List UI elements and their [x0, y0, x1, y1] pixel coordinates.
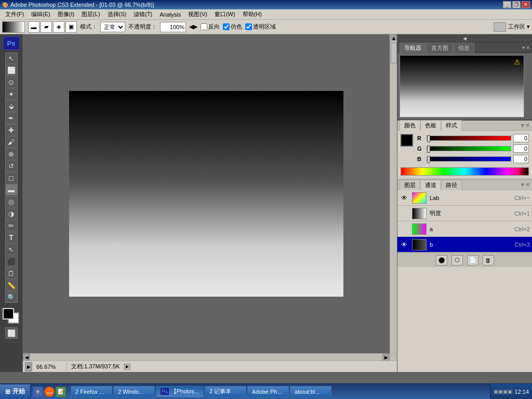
tool-move[interactable]: ↖: [5, 52, 18, 64]
tool-measure[interactable]: 📏: [5, 280, 18, 291]
tab-styles[interactable]: 样式: [441, 120, 462, 131]
tool-dodge[interactable]: ◑: [5, 208, 18, 219]
dither-check-input[interactable]: [223, 23, 230, 30]
ie-icon[interactable]: e: [33, 387, 43, 397]
status-more-btn[interactable]: ▶: [124, 364, 130, 370]
workspace-icon[interactable]: [494, 22, 506, 32]
menu-analysis[interactable]: Analysis: [156, 10, 184, 19]
panel-collapse-bar[interactable]: ◀: [397, 34, 532, 43]
blue-slider-thumb[interactable]: [427, 156, 430, 163]
status-arrow[interactable]: ▶: [25, 362, 32, 371]
layers-panel-close[interactable]: ✕: [525, 181, 530, 188]
tool-healing[interactable]: ✚: [5, 124, 18, 136]
channel-a[interactable]: ○ a Ctrl+2: [397, 221, 532, 237]
taskbar-windows[interactable]: 2 Windo...: [113, 386, 155, 397]
tool-history[interactable]: ↺: [5, 160, 18, 171]
tool-lasso[interactable]: ⊙: [5, 76, 18, 88]
main-color-swatch[interactable]: [401, 134, 413, 147]
tab-histogram[interactable]: 直方图: [427, 43, 453, 53]
fg-color-swatch[interactable]: [3, 308, 14, 320]
firefox-icon[interactable]: 🦊: [44, 387, 55, 397]
panel-nav-controls[interactable]: ▾ ✕: [522, 45, 530, 50]
tool-zoom[interactable]: 🔍: [5, 291, 18, 303]
channel-to-selection[interactable]: ⬤: [436, 255, 447, 265]
scroll-up-arrow[interactable]: ▲: [391, 34, 397, 41]
reverse-check-input[interactable]: [201, 23, 207, 30]
tool-shape[interactable]: ⬛: [5, 256, 18, 267]
panel-nav-close[interactable]: ✕: [526, 45, 530, 50]
tool-screen-mode[interactable]: ⬜: [5, 327, 18, 339]
taskbar-notepad[interactable]: 2 记事本: [205, 386, 246, 397]
green-slider[interactable]: [427, 146, 511, 151]
reverse-checkbox[interactable]: 反向: [201, 23, 220, 31]
blue-value-input[interactable]: [513, 155, 529, 163]
menu-filter[interactable]: 滤镜(T): [130, 9, 155, 19]
tool-notes[interactable]: 🗒: [5, 268, 18, 279]
transparency-check-input[interactable]: [245, 23, 252, 30]
transparency-checkbox[interactable]: 透明区域: [245, 23, 276, 31]
workspace-label[interactable]: 工作区 ▾: [508, 23, 530, 31]
scroll-right-arrow[interactable]: ▶: [382, 354, 390, 361]
brush-mode-1[interactable]: ▬: [28, 21, 39, 33]
tab-channels[interactable]: 通道: [420, 180, 441, 190]
brush-mode-3[interactable]: ◈: [53, 21, 64, 33]
mode-select[interactable]: 正常: [100, 22, 125, 32]
brush-mode-2[interactable]: ▰: [41, 21, 52, 33]
tool-brush[interactable]: 🖌: [5, 136, 18, 148]
tool-path-select[interactable]: ↖: [5, 244, 18, 255]
menu-layer[interactable]: 图层(L): [78, 9, 103, 19]
menu-image[interactable]: 图像(I): [55, 9, 77, 19]
tool-text[interactable]: T: [5, 232, 18, 243]
opacity-input[interactable]: [160, 22, 186, 32]
scroll-left-arrow[interactable]: ◀: [23, 354, 30, 361]
menu-select[interactable]: 选择(S): [104, 9, 130, 19]
color-spectrum[interactable]: [401, 167, 529, 176]
color-panel-close[interactable]: ✕: [525, 122, 530, 129]
menu-view[interactable]: 视图(V): [185, 9, 210, 19]
tab-paths[interactable]: 路径: [441, 180, 462, 190]
tab-info[interactable]: 信息: [454, 43, 474, 53]
brush-mode-4[interactable]: ▣: [65, 21, 77, 33]
channel-lightness-visibility[interactable]: ○: [400, 209, 409, 218]
tool-stamp[interactable]: ⊕: [5, 148, 18, 159]
tool-pen[interactable]: ✏: [5, 220, 18, 231]
dither-checkbox[interactable]: 仿色: [223, 23, 242, 31]
tab-layers[interactable]: 图层: [400, 180, 420, 190]
scroll-thumb[interactable]: [391, 43, 397, 63]
channel-b[interactable]: 👁 b Ctrl+3: [397, 237, 532, 252]
selection-to-channel[interactable]: ⬡: [451, 255, 463, 265]
menu-help[interactable]: 帮助(H): [240, 9, 265, 19]
red-value-input[interactable]: [513, 134, 529, 142]
menu-edit[interactable]: 编辑(E): [28, 9, 54, 19]
tool-eraser[interactable]: ◻: [5, 172, 18, 183]
tool-marquee[interactable]: ⬜: [5, 64, 18, 76]
channel-b-visibility[interactable]: 👁: [400, 240, 409, 249]
gradient-swatch[interactable]: [2, 21, 25, 33]
canvas-area[interactable]: [23, 34, 390, 353]
channel-lab-visibility[interactable]: 👁: [400, 193, 409, 203]
delete-channel[interactable]: 🗑: [483, 255, 494, 265]
notepad-icon[interactable]: 📝: [56, 387, 66, 397]
restore-button[interactable]: ❐: [512, 1, 521, 8]
menu-window[interactable]: 窗口(W): [211, 9, 238, 19]
tool-eyedropper[interactable]: ✒: [5, 112, 18, 124]
tab-navigator[interactable]: 导航器: [400, 43, 426, 53]
tool-gradient[interactable]: ▬: [5, 184, 18, 195]
green-value-input[interactable]: [513, 144, 529, 153]
new-channel[interactable]: 📄: [467, 255, 478, 265]
tab-color[interactable]: 颜色: [400, 120, 420, 131]
channel-lab[interactable]: 👁 Lab Ctrl+~: [397, 190, 532, 206]
red-slider-thumb[interactable]: [427, 135, 430, 142]
taskbar-adobe-ph[interactable]: Adobe Ph...: [247, 386, 289, 397]
layers-panel-menu[interactable]: ▾: [521, 181, 524, 188]
color-panel-menu[interactable]: ▾: [521, 122, 524, 129]
panel-nav-menu[interactable]: ▾: [522, 45, 525, 50]
taskbar-about[interactable]: about:bl...: [290, 386, 331, 397]
minimize-button[interactable]: _: [503, 1, 511, 8]
blue-slider[interactable]: [427, 156, 511, 162]
channel-lightness[interactable]: ○ 明度 Ctrl+1: [397, 206, 532, 221]
menu-file[interactable]: 文件(F): [2, 9, 27, 19]
tab-swatches[interactable]: 色板: [420, 120, 441, 131]
taskbar-photoshop[interactable]: Ps 【Photos...: [156, 386, 204, 397]
taskbar-firefox[interactable]: 2 Firefox ...: [71, 386, 112, 397]
